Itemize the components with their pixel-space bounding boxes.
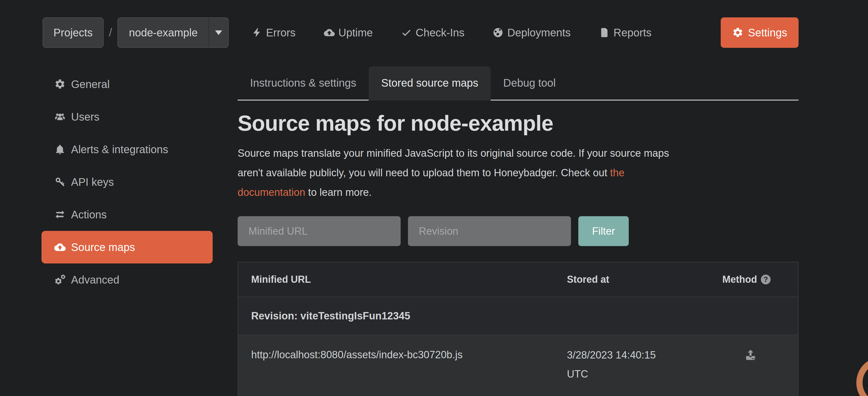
tab-bar: Instructions & settings Stored source ma…	[238, 66, 799, 101]
globe-icon	[493, 27, 503, 38]
header-method: Method ?	[722, 274, 798, 285]
minified-url-input[interactable]	[238, 216, 401, 246]
breadcrumb-separator: /	[109, 26, 112, 39]
check-icon	[401, 27, 412, 38]
sidebar-item-alerts-integrations[interactable]: Alerts & integrations	[41, 133, 213, 166]
file-icon	[599, 27, 610, 38]
nav-check-ins-label: Check-Ins	[415, 27, 464, 39]
sidebar-item-api-keys[interactable]: API keys	[41, 166, 213, 198]
projects-button[interactable]: Projects	[42, 18, 104, 48]
sidebar-item-source-maps[interactable]: Source maps	[41, 231, 213, 263]
project-dropdown[interactable]: node-example	[118, 18, 229, 48]
nav-reports-label: Reports	[614, 27, 652, 39]
project-dropdown-caret[interactable]	[209, 18, 228, 47]
settings-label: Settings	[748, 27, 787, 39]
table-header-row: Minified URL Stored at Method ?	[238, 262, 798, 296]
bolt-icon	[251, 27, 262, 38]
sidebar-item-label: Users	[71, 111, 99, 123]
sidebar-item-label: Actions	[71, 208, 106, 221]
tab-stored-source-maps[interactable]: Stored source maps	[369, 66, 491, 100]
table-row: http://localhost:8080/assets/index-bc307…	[238, 335, 798, 396]
cloud-upload-icon	[54, 242, 66, 253]
tab-instructions-settings[interactable]: Instructions & settings	[238, 66, 369, 100]
key-icon	[54, 176, 66, 188]
nav-reports[interactable]: Reports	[599, 27, 652, 39]
project-name: node-example	[118, 27, 209, 39]
nav-deployments[interactable]: Deployments	[493, 27, 570, 39]
nav-uptime-label: Uptime	[339, 27, 373, 39]
cloud-upload-icon	[324, 27, 335, 38]
nav-uptime[interactable]: Uptime	[324, 27, 373, 39]
bell-icon	[54, 144, 66, 155]
top-navigation: Projects / node-example Errors Uptime Ch…	[42, 18, 799, 48]
sidebar-item-label: General	[71, 78, 110, 90]
revision-label: Revision: viteTestingIsFun12345	[251, 310, 410, 322]
stored-at-cell: 3/28/2023 14:40:15UTC	[567, 345, 722, 396]
sidebar-item-label: Source maps	[71, 241, 135, 253]
revision-input[interactable]	[408, 216, 571, 246]
sidebar-item-users[interactable]: Users	[41, 101, 213, 133]
main-nav: Errors Uptime Check-Ins Deployments Repo…	[251, 27, 652, 39]
sidebar-item-general[interactable]: General	[41, 68, 213, 101]
exchange-icon	[54, 209, 66, 220]
page-description: Source maps translate your minified Java…	[238, 143, 799, 202]
nav-errors[interactable]: Errors	[251, 27, 296, 39]
filter-bar: Filter	[238, 216, 799, 246]
filter-button[interactable]: Filter	[578, 216, 629, 246]
chevron-down-icon	[215, 30, 222, 35]
gear-icon	[54, 79, 66, 90]
sidebar-item-label: Advanced	[71, 274, 119, 286]
settings-button[interactable]: Settings	[721, 18, 799, 48]
settings-sidebar: General Users Alerts & integrations API …	[41, 68, 213, 296]
sidebar-item-label: API keys	[71, 176, 114, 188]
nav-check-ins[interactable]: Check-Ins	[401, 27, 464, 39]
gear-icon	[732, 27, 744, 38]
help-widget[interactable]	[856, 357, 868, 396]
description-line1: Source maps translate your minified Java…	[238, 147, 669, 159]
sidebar-item-actions[interactable]: Actions	[41, 198, 213, 231]
nav-deployments-label: Deployments	[507, 27, 570, 39]
header-method-label: Method	[722, 274, 757, 285]
source-maps-table: Minified URL Stored at Method ? Revision…	[238, 262, 799, 396]
sidebar-item-label: Alerts & integrations	[71, 143, 168, 155]
method-cell	[722, 348, 798, 396]
help-icon[interactable]: ?	[761, 275, 771, 284]
tab-debug-tool[interactable]: Debug tool	[491, 66, 568, 100]
page: Projects / node-example Errors Uptime Ch…	[0, 0, 868, 396]
upload-icon	[744, 348, 757, 362]
header-minified-url: Minified URL	[238, 274, 567, 285]
header-stored-at: Stored at	[567, 274, 722, 285]
main-content: Instructions & settings Stored source ma…	[238, 66, 799, 396]
users-icon	[54, 111, 66, 122]
sidebar-item-advanced[interactable]: Advanced	[41, 263, 213, 296]
gears-icon	[54, 274, 66, 285]
nav-errors-label: Errors	[266, 27, 296, 39]
description-line3: to learn more.	[305, 187, 372, 198]
revision-group-row: Revision: viteTestingIsFun12345	[238, 296, 798, 335]
page-title: Source maps for node-example	[238, 110, 799, 136]
minified-url-cell: http://localhost:8080/assets/index-bc307…	[238, 348, 567, 396]
description-line2: aren't available publicly, you will need…	[238, 167, 610, 178]
